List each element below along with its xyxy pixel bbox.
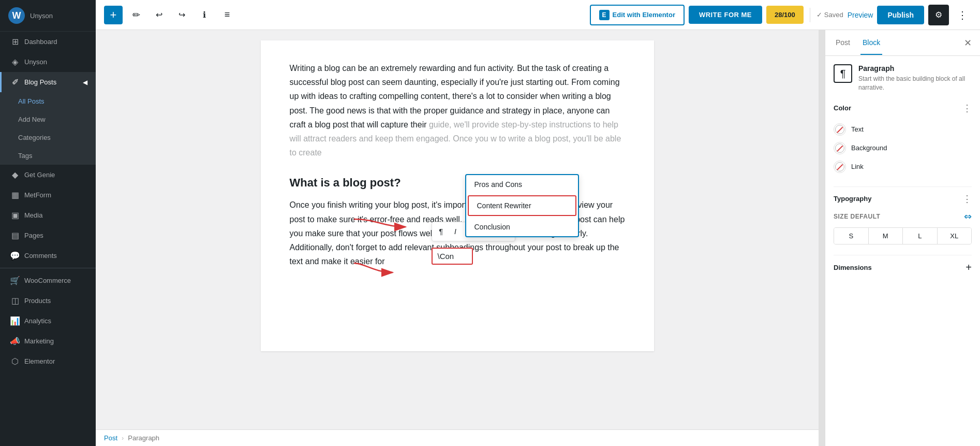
panel-tabs: Post Block ✕ [825, 30, 980, 56]
more-icon: ⋮ [957, 9, 968, 21]
sidebar-item-label: Analytics [24, 317, 51, 325]
info-icon: ℹ [203, 10, 206, 20]
sidebar-item-label: Dashboard [24, 38, 57, 46]
sidebar-item-label: Pages [24, 232, 43, 239]
comments-icon: 💬 [10, 251, 20, 261]
settings-button[interactable]: ⚙ [928, 5, 949, 25]
media-icon: ▣ [10, 210, 20, 220]
typography-section-header: Typography ⋮ [834, 193, 972, 205]
editor-canvas[interactable]: Writing a blog can be an extremely rewar… [261, 40, 654, 351]
breadcrumb-post-link[interactable]: Post [104, 434, 117, 442]
sidebar-item-analytics[interactable]: 📊 Analytics [0, 311, 96, 331]
panel-divider-2 [834, 255, 972, 255]
command-item-conclusion[interactable]: Conclusion [466, 218, 578, 236]
size-m-button[interactable]: M [869, 228, 903, 244]
undo-icon: ↩ [156, 10, 162, 20]
write-for-me-button[interactable]: WRITE FOR ME [689, 6, 762, 24]
tags-label: Tags [18, 152, 32, 160]
sidebar-item-add-new[interactable]: Add New [0, 110, 96, 128]
tab-block[interactable]: Block [860, 31, 882, 55]
size-row: SIZE DEFAULT ⇔ [834, 211, 972, 222]
sidebar-item-products[interactable]: ◫ Products [0, 291, 96, 311]
list-button[interactable]: ≡ [218, 6, 236, 24]
tab-post[interactable]: Post [834, 31, 852, 55]
elementor-logo-icon: E [599, 10, 610, 20]
add-block-button[interactable]: + [104, 6, 123, 24]
sidebar-item-media[interactable]: ▣ Media [0, 205, 96, 225]
color-text-row: Text [834, 120, 972, 139]
blog-posts-submenu: All Posts Add New Categories Tags [0, 92, 96, 165]
edit-button[interactable]: ✏ [127, 6, 145, 24]
elementor-icon: ⬡ [10, 356, 20, 366]
block-info: Paragraph Start with the basic building … [858, 64, 972, 92]
check-icon: ✓ [816, 11, 822, 19]
size-s-button[interactable]: S [834, 228, 869, 244]
command-item-pros-cons[interactable]: Pros and Cons [466, 175, 578, 194]
sidebar-item-unyson[interactable]: ◈ Unyson [0, 52, 96, 72]
sidebar-item-marketing[interactable]: 📣 Marketing [0, 331, 96, 351]
sidebar-item-label: WooCommerce [24, 277, 71, 284]
size-l-button[interactable]: L [903, 228, 938, 244]
marketing-icon: 📣 [10, 336, 20, 346]
dimensions-section-header: Dimensions + [834, 262, 972, 274]
background-color-circle[interactable] [834, 142, 846, 154]
sidebar-item-woocommerce[interactable]: 🛒 WooCommerce [0, 270, 96, 291]
info-button[interactable]: ℹ [195, 6, 214, 24]
sidebar-item-pages[interactable]: ▤ Pages [0, 225, 96, 246]
logo-icon: W [8, 7, 25, 24]
sidebar-item-dashboard[interactable]: ⊞ Dashboard [0, 32, 96, 52]
more-options-button[interactable]: ⋮ [953, 6, 972, 24]
woocommerce-icon: 🛒 [10, 276, 20, 285]
publish-button[interactable]: Publish [877, 6, 924, 24]
typography-section: Typography ⋮ SIZE DEFAULT ⇔ S M L XL [834, 193, 972, 244]
content-area[interactable]: Writing a blog can be an extremely rewar… [96, 30, 819, 446]
italic-button[interactable]: I [449, 224, 462, 239]
paragraph-type-button[interactable]: ¶ [434, 224, 449, 239]
sidebar-item-get-genie[interactable]: ◆ Get Genie [0, 165, 96, 185]
command-item-content-rewriter[interactable]: Content Rewriter [468, 195, 576, 216]
size-filter-button[interactable]: ⇔ [964, 211, 972, 222]
sidebar-item-label: MetForm [24, 191, 51, 199]
size-label: SIZE DEFAULT [834, 213, 880, 220]
scrollbar[interactable] [819, 30, 825, 446]
sidebar-item-label: Comments [24, 252, 57, 260]
color-section-more-button[interactable]: ⋮ [962, 103, 972, 114]
sidebar: W Unyson ⊞ Dashboard ◈ Unyson ✐ Blog Pos… [0, 0, 96, 446]
seo-score-button[interactable]: 28/100 [766, 6, 804, 24]
dimensions-section: Dimensions + [834, 262, 972, 274]
typography-section-more-button[interactable]: ⋮ [962, 193, 972, 205]
slash-command-input[interactable]: \Con [432, 248, 473, 265]
logo-label: Unyson [30, 12, 53, 20]
sidebar-item-label: Elementor [24, 357, 55, 365]
sidebar-item-metform[interactable]: ▦ MetForm [0, 185, 96, 205]
sidebar-item-label: Marketing [24, 337, 54, 345]
edit-with-elementor-button[interactable]: E Edit with Elementor [590, 5, 685, 25]
dashboard-icon: ⊞ [10, 37, 20, 47]
add-new-label: Add New [18, 116, 46, 123]
redo-button[interactable]: ↪ [172, 6, 191, 24]
list-icon: ≡ [225, 9, 230, 20]
background-color-label: Background [851, 144, 887, 152]
text-color-circle[interactable] [834, 123, 846, 136]
metform-icon: ▦ [10, 190, 20, 200]
sidebar-item-label: Get Genie [24, 171, 55, 179]
preview-button[interactable]: Preview [848, 11, 873, 19]
link-color-circle[interactable] [834, 161, 846, 173]
block-title: Paragraph [858, 64, 972, 73]
undo-button[interactable]: ↩ [150, 6, 168, 24]
sidebar-item-categories[interactable]: Categories [0, 128, 96, 147]
text-color-label: Text [851, 125, 864, 133]
sidebar-item-blog-posts[interactable]: ✐ Blog Posts ◀ [0, 72, 96, 92]
sidebar-item-tags[interactable]: Tags [0, 147, 96, 165]
panel-close-button[interactable]: ✕ [964, 37, 972, 49]
italic-icon: I [454, 227, 456, 236]
analytics-icon: 📊 [10, 316, 20, 326]
sidebar-item-all-posts[interactable]: All Posts [0, 92, 96, 110]
editor-paragraph-1[interactable]: Writing a blog can be an extremely rewar… [290, 61, 625, 160]
size-xl-button[interactable]: XL [938, 228, 972, 244]
breadcrumb: Post › Paragraph [96, 429, 819, 446]
sidebar-item-comments[interactable]: 💬 Comments [0, 246, 96, 266]
sidebar-item-elementor[interactable]: ⬡ Elementor [0, 351, 96, 371]
dimensions-add-button[interactable]: + [966, 262, 972, 274]
panel-block-header: ¶ Paragraph Start with the basic buildin… [834, 64, 972, 92]
